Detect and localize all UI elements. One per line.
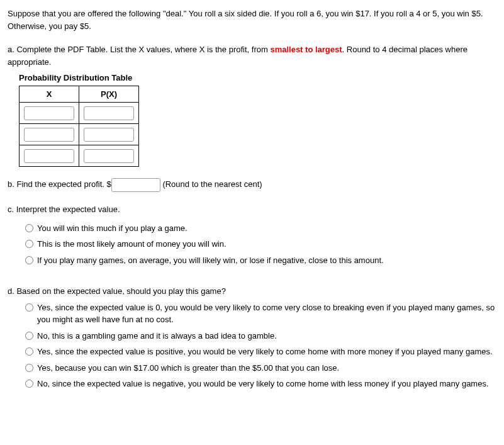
- radio-d-4-label[interactable]: Yes, because you can win $17.00 which is…: [37, 362, 496, 375]
- radio-option: Yes, since the expected value is positiv…: [25, 346, 496, 358]
- table-title: Probability Distribution Table: [19, 72, 496, 84]
- x-input-3[interactable]: [24, 149, 74, 163]
- radio-d-2-label[interactable]: No, this is a gambling game and it is al…: [37, 330, 496, 342]
- radio-d-5[interactable]: [25, 380, 33, 388]
- x-input-2[interactable]: [24, 128, 74, 142]
- radio-option: Yes, because you can win $17.00 which is…: [25, 362, 496, 375]
- radio-d-2[interactable]: [25, 332, 33, 340]
- table-row: [20, 103, 139, 124]
- table-row: [20, 124, 139, 145]
- radio-option: This is the most likely amount of money …: [25, 238, 496, 251]
- radio-c-3-label[interactable]: If you play many games, on average, you …: [37, 254, 496, 267]
- radio-c-3[interactable]: [25, 256, 33, 264]
- part-a-highlight: smallest to largest: [270, 45, 342, 54]
- radio-c-1[interactable]: [25, 224, 33, 232]
- part-d-options: Yes, since the expected value is 0, you …: [25, 301, 496, 390]
- part-a: a. Complete the PDF Table. List the X va…: [8, 43, 496, 167]
- radio-c-2[interactable]: [25, 240, 33, 248]
- px-input-3[interactable]: [84, 149, 134, 163]
- radio-d-5-label[interactable]: No, since the expected value is negative…: [37, 378, 496, 390]
- intro-text: Suppose that you are offered the followi…: [8, 9, 483, 31]
- part-a-prefix: a. Complete the PDF Table. List the X va…: [8, 45, 270, 54]
- part-b-suffix: (Round to the nearest cent): [160, 179, 262, 189]
- radio-d-3-label[interactable]: Yes, since the expected value is positiv…: [37, 346, 496, 358]
- part-c-options: You will win this much if you play a gam…: [25, 222, 496, 267]
- header-px: P(X): [79, 86, 139, 103]
- expected-profit-input[interactable]: [111, 178, 160, 192]
- header-x: X: [20, 86, 79, 103]
- radio-option: Yes, since the expected value is 0, you …: [25, 301, 496, 326]
- part-c: c. Interpret the expected value. You wil…: [8, 203, 496, 266]
- radio-option: No, since the expected value is negative…: [25, 378, 496, 390]
- radio-option: No, this is a gambling game and it is al…: [25, 330, 496, 342]
- part-b-prefix: b. Find the expected profit. $: [8, 179, 111, 189]
- radio-d-1-label[interactable]: Yes, since the expected value is 0, you …: [37, 301, 496, 326]
- part-d: d. Based on the expected value, should y…: [8, 285, 496, 390]
- radio-d-1[interactable]: [25, 303, 33, 312]
- radio-option: You will win this much if you play a gam…: [25, 222, 496, 235]
- radio-option: If you play many games, on average, you …: [25, 254, 496, 267]
- pdf-table: X P(X): [19, 86, 139, 167]
- part-b: b. Find the expected profit. $ (Round to…: [8, 178, 496, 192]
- part-d-label: d. Based on the expected value, should y…: [8, 285, 496, 298]
- px-input-1[interactable]: [84, 106, 134, 120]
- radio-c-1-label[interactable]: You will win this much if you play a gam…: [37, 222, 496, 235]
- px-input-2[interactable]: [84, 128, 134, 142]
- x-input-1[interactable]: [24, 106, 74, 120]
- radio-c-2-label[interactable]: This is the most likely amount of money …: [37, 238, 496, 251]
- part-c-label: c. Interpret the expected value.: [8, 203, 496, 216]
- problem-intro: Suppose that you are offered the followi…: [8, 8, 496, 32]
- radio-d-3[interactable]: [25, 347, 33, 356]
- table-row: [20, 145, 139, 167]
- radio-d-4[interactable]: [25, 364, 33, 372]
